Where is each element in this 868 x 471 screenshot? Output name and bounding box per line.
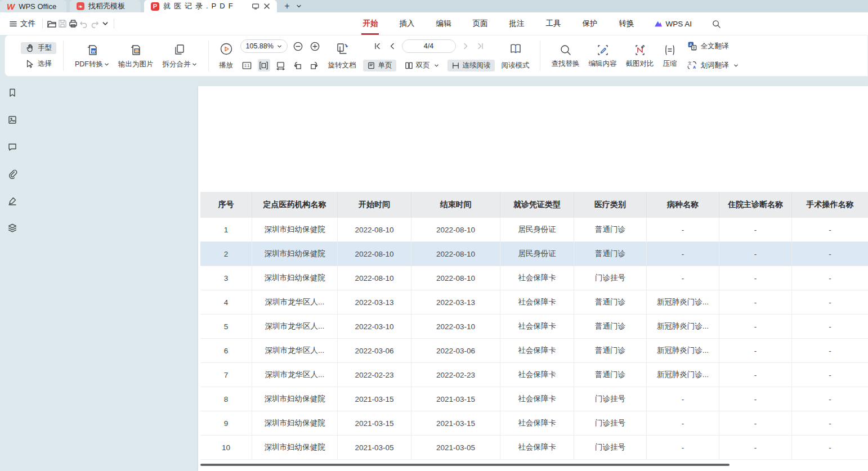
rotate-right-button[interactable] [308, 59, 321, 71]
table-header-row: 序号定点医药机构名称开始时间结束时间就诊凭证类型医疗类别病种名称住院主诊断名称手… [200, 192, 868, 218]
signature-panel-icon[interactable] [5, 194, 20, 208]
tab-wps-office[interactable]: W WPS Office [0, 0, 66, 12]
column-header: 手术操作名称 [792, 192, 868, 218]
table-cell: 普通门诊 [574, 315, 647, 339]
table-cell: 深圳市妇幼保健院 [252, 436, 338, 460]
table-cell: 深圳市龙华区人... [252, 339, 338, 363]
continuous-read-icon [451, 61, 460, 70]
full-translate-button[interactable]: A 文 全文翻译 [687, 39, 729, 53]
menu-page[interactable]: 页面 [471, 16, 489, 31]
new-tab-button[interactable]: + [280, 0, 294, 12]
table-cell: - [719, 363, 792, 387]
zoom-in-button[interactable] [309, 40, 321, 52]
svg-text:文: 文 [687, 61, 691, 66]
edit-content-button[interactable]: 编辑内容 [589, 43, 617, 69]
rotate-doc-group[interactable]: 旋转文档 [328, 42, 356, 70]
redo-icon[interactable] [89, 19, 100, 29]
word-translate-button[interactable]: 文 A 划词翻译 [687, 58, 739, 73]
menu-convert[interactable]: 转换 [618, 16, 635, 31]
first-page-button[interactable] [373, 42, 383, 50]
monitor-icon[interactable] [252, 2, 259, 10]
menu-insert[interactable]: 插入 [398, 16, 415, 31]
tab-document[interactable]: P 就医记录.PDF [144, 0, 277, 12]
table-cell: 居民身份证 [500, 218, 574, 242]
rotate-left-button[interactable] [292, 59, 304, 71]
hand-icon [25, 43, 34, 52]
play-icon[interactable] [219, 42, 234, 56]
horizontal-scrollbar[interactable] [200, 464, 730, 466]
find-replace-button[interactable]: 查找替换 [552, 43, 580, 69]
menu-edit[interactable]: 编辑 [435, 16, 452, 31]
last-page-button[interactable] [475, 42, 485, 50]
single-page-icon [367, 61, 375, 70]
double-page-button[interactable]: 双页 [401, 60, 443, 71]
pdf-convert-icon: W [85, 43, 100, 57]
open-file-icon[interactable] [46, 19, 57, 29]
divider [42, 19, 43, 29]
page-indicator-input[interactable]: 4/4 [402, 39, 456, 53]
next-page-button[interactable] [460, 42, 471, 50]
menu-protect[interactable]: 保护 [581, 16, 598, 31]
table-cell: 新冠肺炎门诊... [647, 363, 719, 387]
zoom-level-select[interactable]: 105.88% [240, 39, 288, 53]
fit-page-button[interactable] [258, 59, 270, 71]
table-row: 5深圳市龙华区人...2022-03-102022-03-10社会保障卡普通门诊… [200, 315, 868, 339]
column-header: 开始时间 [338, 192, 411, 218]
close-tab-icon[interactable] [263, 3, 270, 10]
document-workspace: 序号定点医药机构名称开始时间结束时间就诊凭证类型医疗类别病种名称住院主诊断名称手… [0, 77, 868, 471]
menu-tools[interactable]: 工具 [544, 16, 562, 31]
table-row: 6深圳市龙华区人...2022-03-062022-03-06社会保障卡普通门诊… [200, 339, 868, 363]
save-icon[interactable] [57, 19, 68, 29]
table-cell: 2022-08-10 [338, 266, 411, 290]
fit-width-button[interactable] [275, 59, 287, 71]
left-sidebar [0, 86, 25, 235]
tab-docer-templates[interactable]: ❧ 找稻壳模板 [70, 0, 141, 12]
table-cell: - [792, 266, 868, 290]
table-cell: - [792, 436, 868, 460]
table-cell: 门诊挂号 [574, 411, 647, 436]
select-tool-button[interactable]: 选择 [21, 58, 56, 70]
translate-group: A 文 全文翻译 文 A 划词翻译 [687, 39, 739, 73]
export-image-button[interactable]: 输出为图片 [118, 43, 154, 69]
pdf-convert-button[interactable]: W PDF转换 [75, 43, 109, 69]
read-mode-group[interactable]: 阅读模式 [502, 42, 530, 70]
table-cell: 2022-02-23 [411, 363, 500, 387]
quickbar-chevron-icon[interactable] [100, 19, 110, 29]
file-menu-button[interactable]: 文件 [6, 16, 39, 31]
continuous-read-button[interactable]: 连续阅读 [448, 60, 495, 71]
table-cell: 普通门诊 [574, 339, 647, 363]
column-header: 医疗类别 [574, 192, 647, 218]
table-cell: - [647, 436, 719, 460]
undo-icon[interactable] [78, 19, 89, 29]
screenshot-compare-button[interactable]: 截图对比 [626, 43, 654, 69]
full-translate-icon: A 文 [687, 41, 697, 51]
svg-text:A: A [692, 65, 695, 70]
split-merge-button[interactable]: 拆分合并 [163, 43, 197, 69]
layers-panel-icon[interactable] [5, 221, 20, 235]
menu-home[interactable]: 开始 [361, 16, 379, 31]
page-nav-group: 4/4 单页 双页 [363, 39, 495, 73]
thumbnails-panel-icon[interactable] [5, 113, 20, 127]
tab-list-chevron-icon[interactable] [294, 0, 304, 12]
word-translate-icon: 文 A [687, 60, 697, 70]
prev-page-button[interactable] [387, 42, 397, 50]
table-cell: 普通门诊 [574, 242, 647, 266]
window-tab-bar: W WPS Office ❧ 找稻壳模板 P 就医记录.PDF + [0, 0, 868, 12]
zoom-out-button[interactable] [292, 40, 305, 52]
bookmarks-panel-icon[interactable] [5, 86, 20, 100]
compress-button[interactable]: 压缩 [663, 43, 677, 69]
table-cell: 2021-03-15 [338, 411, 411, 436]
comments-panel-icon[interactable] [5, 140, 20, 154]
edit-content-icon [596, 43, 610, 57]
svg-text:文: 文 [692, 46, 696, 50]
search-icon[interactable] [711, 19, 722, 29]
actual-size-button[interactable]: 1:1 [241, 59, 253, 71]
single-page-button[interactable]: 单页 [363, 60, 396, 71]
hand-tool-button[interactable]: 手型 [21, 42, 56, 54]
table-cell: - [719, 290, 792, 315]
table-cell: 2021-03-15 [338, 387, 411, 411]
attachments-panel-icon[interactable] [5, 167, 20, 181]
print-icon[interactable] [68, 19, 78, 29]
menu-comment[interactable]: 批注 [508, 16, 525, 31]
wps-ai-button[interactable]: WPS AI [654, 20, 692, 28]
